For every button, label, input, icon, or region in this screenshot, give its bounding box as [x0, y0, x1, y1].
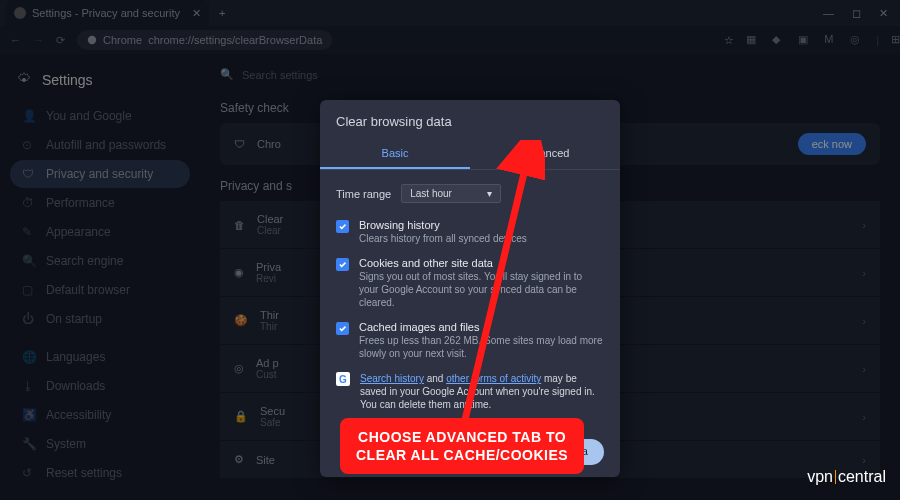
other-activity-link[interactable]: other forms of activity	[446, 373, 541, 384]
chevron-down-icon: ▾	[487, 188, 492, 199]
instruction-callout: CHOOSE ADVANCED TAB TO CLEAR ALL CACHE/C…	[340, 418, 584, 474]
checkbox-checked-icon[interactable]	[336, 258, 349, 271]
option-cookies[interactable]: Cookies and other site dataSigns you out…	[336, 251, 604, 315]
google-icon: G	[336, 372, 350, 386]
option-browsing-history[interactable]: Browsing historyClears history from all …	[336, 213, 604, 251]
search-history-link[interactable]: Search history	[360, 373, 424, 384]
time-range-label: Time range	[336, 188, 391, 200]
google-account-note: G Search history and other forms of acti…	[336, 366, 604, 417]
time-range-select[interactable]: Last hour ▾	[401, 184, 501, 203]
checkbox-checked-icon[interactable]	[336, 322, 349, 335]
tab-basic[interactable]: Basic	[320, 139, 470, 169]
dialog-title: Clear browsing data	[320, 100, 620, 139]
tab-advanced[interactable]: Advanced	[470, 139, 620, 169]
watermark-logo: vpncentral	[807, 468, 886, 486]
option-cached[interactable]: Cached images and filesFrees up less tha…	[336, 315, 604, 366]
checkbox-checked-icon[interactable]	[336, 220, 349, 233]
